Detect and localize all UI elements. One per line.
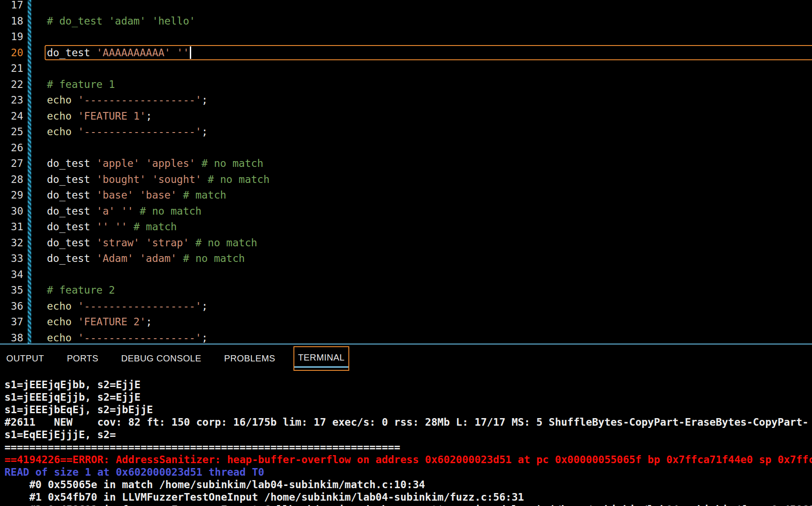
line-number[interactable]: 38 bbox=[0, 330, 23, 344]
code-token-comment: # no match bbox=[195, 237, 257, 249]
code-token-plain: ; bbox=[201, 300, 208, 312]
line-number[interactable]: 22 bbox=[0, 77, 23, 93]
code-token-string: '------------------' bbox=[78, 94, 201, 106]
code-line-content: echo 'FEATURE 1'; bbox=[23, 108, 812, 124]
editor-line[interactable]: 29do_test 'base' 'base' # match bbox=[0, 187, 812, 203]
code-token-builtin: echo bbox=[47, 300, 71, 312]
editor-line[interactable]: 21 bbox=[0, 61, 812, 77]
editor-line[interactable]: 31do_test '' '' # match bbox=[0, 219, 812, 235]
line-number[interactable]: 23 bbox=[0, 92, 23, 108]
code-token-string: 'strap' bbox=[146, 237, 189, 249]
editor-line[interactable]: 34 bbox=[0, 267, 812, 283]
line-number[interactable]: 20 bbox=[0, 45, 23, 61]
line-number[interactable]: 32 bbox=[0, 235, 23, 251]
code-line-content: do_test 'AAAAAAAAAA' '' bbox=[23, 45, 812, 61]
line-number[interactable]: 33 bbox=[0, 251, 23, 267]
line-number[interactable]: 31 bbox=[0, 219, 23, 235]
code-token-string: 'apples' bbox=[146, 158, 196, 169]
editor-line[interactable]: 28do_test 'bought' 'sought' # no match bbox=[0, 172, 812, 188]
panel-tab-terminal[interactable]: TERMINAL bbox=[293, 346, 349, 371]
terminal-line: s1=jEEEjbEqEj, s2=jbEjjE bbox=[4, 403, 812, 416]
code-token-string: '------------------' bbox=[78, 332, 201, 344]
code-token-string: 'FEATURE 2' bbox=[78, 316, 146, 328]
code-line-content: # feature 2 bbox=[23, 282, 812, 299]
editor-line[interactable]: 33do_test 'Adam' 'adam' # no match bbox=[0, 251, 812, 267]
line-number[interactable]: 36 bbox=[0, 299, 23, 315]
code-token-string: 'base' bbox=[140, 189, 177, 201]
panel-tab-ports[interactable]: PORTS bbox=[67, 353, 99, 364]
code-line-content: do_test 'base' 'base' # match bbox=[23, 187, 812, 203]
line-number[interactable]: 17 bbox=[0, 0, 23, 13]
code-token-plain: do_test bbox=[47, 205, 96, 217]
line-number[interactable]: 29 bbox=[0, 187, 23, 203]
line-number[interactable]: 35 bbox=[0, 282, 23, 299]
editor-line[interactable]: 32do_test 'straw' 'strap' # no match bbox=[0, 235, 812, 251]
code-token-string: 'adam' bbox=[140, 253, 177, 264]
code-token-plain bbox=[134, 189, 140, 201]
code-token-string: '' bbox=[121, 205, 134, 217]
code-line-content: echo '------------------'; bbox=[23, 124, 812, 140]
code-line-content: # do_test 'adam' 'hello' bbox=[23, 13, 812, 29]
editor-line[interactable]: 30do_test 'a' '' # no match bbox=[0, 203, 812, 220]
line-number[interactable]: 25 bbox=[0, 124, 23, 140]
editor-line[interactable]: 27do_test 'apple' 'apples' # no match bbox=[0, 156, 812, 172]
panel-tab-debug-console[interactable]: DEBUG CONSOLE bbox=[121, 353, 201, 364]
bottom-panel: OUTPUTPORTSDEBUG CONSOLEPROBLEMSTERMINAL… bbox=[0, 344, 812, 506]
editor-line[interactable]: 38echo '------------------'; bbox=[0, 330, 812, 344]
line-number[interactable]: 30 bbox=[0, 203, 23, 220]
code-token-comment: # no match bbox=[201, 158, 263, 169]
editor-line[interactable]: 26 bbox=[0, 140, 812, 156]
line-number[interactable]: 37 bbox=[0, 314, 23, 330]
code-token-builtin: echo bbox=[47, 110, 71, 122]
code-token-plain: do_test bbox=[47, 158, 96, 169]
code-token-plain bbox=[189, 237, 196, 249]
code-token-plain bbox=[171, 47, 177, 58]
line-number[interactable]: 27 bbox=[0, 156, 23, 172]
code-line-content bbox=[23, 29, 812, 45]
editor-line[interactable]: 18# do_test 'adam' 'hello' bbox=[0, 13, 812, 29]
panel-tab-problems[interactable]: PROBLEMS bbox=[224, 353, 275, 364]
code-line-content: do_test 'bought' 'sought' # no match bbox=[23, 172, 812, 188]
editor-line[interactable]: 22# feature 1 bbox=[0, 77, 812, 93]
line-number[interactable]: 21 bbox=[0, 61, 23, 77]
editor-line[interactable]: 25echo '------------------'; bbox=[0, 124, 812, 140]
editor-line[interactable]: 20do_test 'AAAAAAAAAA' '' bbox=[0, 45, 812, 61]
line-number[interactable]: 24 bbox=[0, 108, 23, 124]
vscode-window: 1718# do_test 'adam' 'hello'1920do_test … bbox=[0, 0, 812, 506]
line-number[interactable]: 18 bbox=[0, 13, 23, 29]
code-line-content bbox=[23, 140, 812, 156]
code-token-plain: do_test bbox=[47, 221, 96, 232]
panel-tab-output[interactable]: OUTPUT bbox=[6, 353, 44, 364]
code-token-string: 'straw' bbox=[96, 237, 140, 249]
code-token-string: 'sought' bbox=[152, 174, 201, 185]
terminal-line: s1=jEEEjqEjjb, s2=EjjE bbox=[4, 391, 812, 403]
code-token-plain: ; bbox=[146, 110, 152, 122]
editor-line[interactable]: 23echo '------------------'; bbox=[0, 92, 812, 108]
editor-line[interactable]: 36echo '------------------'; bbox=[0, 299, 812, 315]
code-line-content: echo '------------------'; bbox=[23, 92, 812, 108]
code-line-content: do_test 'apple' 'apples' # no match bbox=[23, 156, 812, 172]
terminal-output[interactable]: s1=jEEEjqEjbb, s2=EjjEs1=jEEEjqEjjb, s2=… bbox=[0, 372, 812, 506]
panel-tab-bar: OUTPUTPORTSDEBUG CONSOLEPROBLEMSTERMINAL bbox=[0, 344, 812, 372]
code-token-plain: do_test bbox=[47, 253, 96, 264]
code-token-string: 'Adam' bbox=[96, 253, 134, 264]
code-editor[interactable]: 1718# do_test 'adam' 'hello'1920do_test … bbox=[0, 0, 812, 344]
editor-line[interactable]: 37echo 'FEATURE 2'; bbox=[0, 314, 812, 330]
code-token-plain bbox=[201, 174, 208, 185]
code-token-string: 'bought' bbox=[96, 174, 146, 185]
line-number[interactable]: 34 bbox=[0, 267, 23, 283]
active-tab-indicator bbox=[294, 366, 348, 368]
line-number[interactable]: 19 bbox=[0, 29, 23, 45]
code-token-string: '' bbox=[115, 221, 127, 232]
editor-line[interactable]: 24echo 'FEATURE 1'; bbox=[0, 108, 812, 124]
code-token-plain bbox=[71, 126, 78, 137]
line-number[interactable]: 26 bbox=[0, 140, 23, 156]
line-number[interactable]: 28 bbox=[0, 172, 23, 188]
code-line-content: echo 'FEATURE 2'; bbox=[23, 314, 812, 330]
code-token-string: 'apple' bbox=[96, 158, 140, 169]
panel-tab-label: DEBUG CONSOLE bbox=[121, 353, 201, 363]
editor-line[interactable]: 35# feature 2 bbox=[0, 282, 812, 299]
editor-line[interactable]: 17 bbox=[0, 0, 812, 13]
editor-line[interactable]: 19 bbox=[0, 29, 812, 45]
code-line-content: do_test '' '' # match bbox=[23, 219, 812, 235]
